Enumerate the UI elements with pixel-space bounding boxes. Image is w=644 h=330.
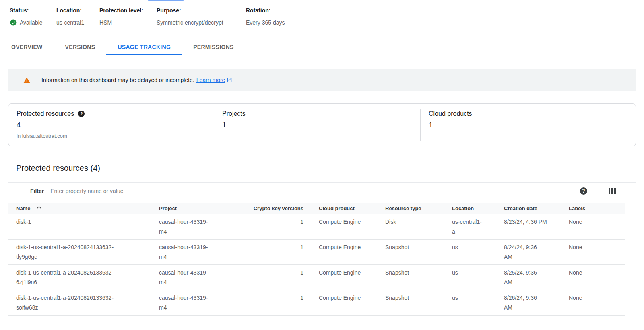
rotation-label: Rotation: <box>246 6 285 14</box>
card-cloud-products: Cloud products 1 <box>421 104 636 146</box>
summary-card: Protected resources ? 4 in luisau.altost… <box>8 103 636 146</box>
key-detail-rotation: Rotation: Every 365 days <box>246 6 285 27</box>
column-header-resource-type[interactable]: Resource type <box>385 205 452 211</box>
card-value: 1 <box>222 121 420 129</box>
column-header-location[interactable]: Location <box>452 205 504 211</box>
resource-location: us <box>452 293 504 303</box>
resource-project: causal-hour-43319- m4 <box>159 242 252 262</box>
card-title: Cloud products <box>429 110 472 117</box>
resource-name: disk-1-us-central1-a-20240825133632- 6zj… <box>16 268 159 287</box>
resource-key-versions: 1 <box>252 242 303 252</box>
resources-table: Name Project Crypto key versions Cloud p… <box>8 203 625 316</box>
card-title: Protected resources <box>17 110 74 117</box>
card-projects: Projects 1 <box>214 104 420 146</box>
tab-bar: OVERVIEW VERSIONS USAGE TRACKING PERMISS… <box>0 40 644 55</box>
table-row: disk-1-us-central1-a-20240826133632- soi… <box>8 290 625 316</box>
key-detail-location: Location: us-central1 <box>56 6 99 27</box>
table-row: disk-1 causal-hour-43319- m4 1 Compute E… <box>8 214 625 240</box>
warning-banner: Information on this dashboard may be del… <box>8 69 636 91</box>
key-details-bar: Status: Available Location: us-central1 … <box>0 6 644 27</box>
resource-key-versions: 1 <box>252 217 303 227</box>
tab-overview[interactable]: OVERVIEW <box>0 40 54 55</box>
section-title: Protected resources (4) <box>16 162 644 174</box>
help-icon[interactable]: ? <box>78 111 85 117</box>
resource-key-versions: 1 <box>252 268 303 277</box>
resource-labels: None <box>569 242 617 252</box>
key-detail-purpose: Purpose: Symmetric encrypt/decrypt <box>157 6 246 27</box>
warning-icon <box>23 77 31 84</box>
column-header-cloud-product[interactable]: Cloud product <box>303 205 385 211</box>
column-header-creation-date[interactable]: Creation date <box>504 205 569 211</box>
tab-usage-tracking[interactable]: USAGE TRACKING <box>106 40 182 55</box>
toolbar-divider <box>598 184 598 197</box>
filter-input[interactable] <box>50 188 580 194</box>
resource-project: causal-hour-43319- m4 <box>159 293 252 312</box>
resource-cloud-product: Compute Engine <box>303 217 385 227</box>
resource-cloud-product: Compute Engine <box>303 242 385 252</box>
resource-location: us <box>452 268 504 277</box>
resource-name: disk-1 <box>16 217 159 227</box>
card-subtext: in luisau.altostrat.com <box>17 133 214 139</box>
resource-creation-date: 8/25/24, 9:36 AM <box>504 268 569 287</box>
resource-project: causal-hour-43319- m4 <box>159 217 252 236</box>
filter-label: Filter <box>30 188 44 194</box>
resource-creation-date: 8/24/24, 9:36 AM <box>504 242 569 262</box>
card-value: 4 <box>17 121 214 129</box>
column-header-name[interactable]: Name <box>16 205 159 211</box>
resource-location: us <box>452 242 504 252</box>
resource-labels: None <box>569 293 617 303</box>
key-detail-status: Status: Available <box>10 6 56 27</box>
resource-type: Snapshot <box>385 293 452 303</box>
resource-creation-date: 8/26/24, 9:36 AM <box>504 293 569 312</box>
resource-key-versions: 1 <box>252 293 303 303</box>
table-row: disk-1-us-central1-a-20240824133632- tly… <box>8 240 625 265</box>
resource-labels: None <box>569 268 617 277</box>
tab-versions[interactable]: VERSIONS <box>54 40 107 55</box>
check-circle-icon <box>10 19 17 26</box>
column-header-crypto-key-versions[interactable]: Crypto key versions <box>252 205 303 211</box>
table-row: disk-1-us-central1-a-20240825133632- 6zj… <box>8 265 625 290</box>
resource-cloud-product: Compute Engine <box>303 293 385 303</box>
resource-creation-date: 8/23/24, 4:36 PM <box>504 217 569 227</box>
purpose-value: Symmetric encrypt/decrypt <box>157 18 223 27</box>
table-header-row: Name Project Crypto key versions Cloud p… <box>8 203 625 214</box>
card-protected-resources: Protected resources ? 4 in luisau.altost… <box>8 104 214 146</box>
column-display-icon[interactable] <box>609 188 616 194</box>
resource-project: causal-hour-43319- m4 <box>159 268 252 287</box>
card-value: 1 <box>429 121 636 129</box>
resource-name: disk-1-us-central1-a-20240826133632- soi… <box>16 293 159 312</box>
banner-message: Information on this dashboard may be del… <box>41 77 194 83</box>
resource-type: Snapshot <box>385 268 452 277</box>
key-detail-protection-level: Protection level: HSM <box>99 6 157 27</box>
column-header-project[interactable]: Project <box>159 205 252 211</box>
resource-location: us-central1- a <box>452 217 504 236</box>
resource-cloud-product: Compute Engine <box>303 268 385 277</box>
protection-level-label: Protection level: <box>99 6 157 14</box>
tab-permissions[interactable]: PERMISSIONS <box>182 40 245 55</box>
resource-type: Snapshot <box>385 242 452 252</box>
sort-ascending-icon <box>36 205 42 211</box>
resource-name: disk-1-us-central1-a-20240824133632- tly… <box>16 242 159 262</box>
external-link-icon <box>227 77 232 83</box>
filter-help-icon[interactable]: ? <box>580 187 587 195</box>
status-value: Available <box>20 18 43 27</box>
card-title: Projects <box>222 110 246 117</box>
location-label: Location: <box>56 6 99 14</box>
location-value: us-central1 <box>56 18 84 27</box>
protection-level-value: HSM <box>99 18 112 27</box>
learn-more-link[interactable]: Learn more <box>196 77 233 83</box>
filter-icon <box>19 188 27 194</box>
column-header-labels[interactable]: Labels <box>569 205 617 211</box>
status-label: Status: <box>10 6 56 14</box>
filter-toolbar: Filter ? <box>8 182 636 199</box>
rotation-value: Every 365 days <box>246 18 285 27</box>
filter-button[interactable]: Filter <box>19 188 50 194</box>
purpose-label: Purpose: <box>157 6 246 14</box>
resource-labels: None <box>569 217 617 227</box>
scrolled-tab-indicator <box>148 0 184 1</box>
resource-type: Disk <box>385 217 452 227</box>
